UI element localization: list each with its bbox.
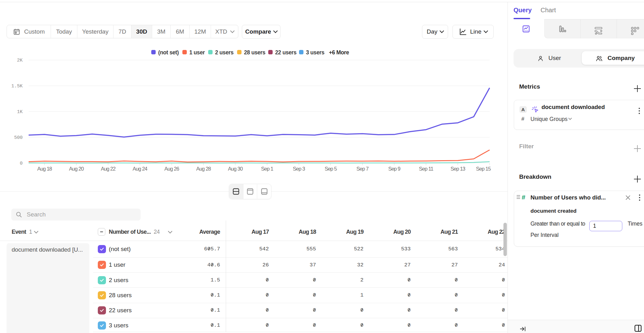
svg-text:Aug 26: Aug 26: [164, 166, 179, 172]
svg-text:0: 0: [20, 161, 23, 166]
svg-text:Aug 22: Aug 22: [101, 166, 116, 172]
svg-text:500: 500: [14, 135, 23, 140]
svg-text:Aug 30: Aug 30: [228, 166, 243, 172]
svg-text:Sep 13: Sep 13: [451, 166, 465, 172]
svg-text:Sep 15: Sep 15: [476, 166, 491, 172]
svg-text:1K: 1K: [17, 109, 23, 115]
svg-text:Aug 24: Aug 24: [133, 166, 147, 172]
svg-text:Sep 11: Sep 11: [419, 166, 433, 172]
svg-text:Sep 3: Sep 3: [293, 166, 305, 172]
svg-text:Sep 9: Sep 9: [388, 166, 401, 172]
svg-text:Aug 20: Aug 20: [69, 166, 84, 172]
svg-text:Sep 1: Sep 1: [261, 166, 273, 172]
svg-text:2K: 2K: [17, 58, 23, 63]
svg-text:Aug 18: Aug 18: [37, 166, 52, 172]
svg-text:Aug 28: Aug 28: [196, 166, 211, 172]
svg-text:1.5K: 1.5K: [11, 84, 23, 89]
svg-text:Sep 5: Sep 5: [325, 166, 337, 172]
svg-text:Sep 7: Sep 7: [357, 166, 369, 172]
